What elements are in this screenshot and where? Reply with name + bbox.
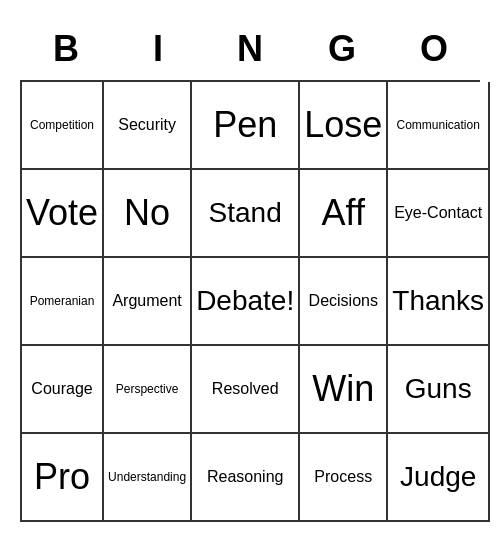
cell-r1-c3: Aff	[300, 170, 388, 258]
cell-text-r3-c2: Resolved	[212, 379, 279, 398]
cell-text-r3-c1: Perspective	[116, 382, 179, 396]
cell-text-r1-c3: Aff	[322, 191, 365, 234]
cell-text-r2-c4: Thanks	[392, 284, 484, 318]
header-letter-o: O	[388, 22, 480, 76]
cell-text-r0-c0: Competition	[30, 118, 94, 132]
cell-r0-c1: Security	[104, 82, 192, 170]
cell-r2-c1: Argument	[104, 258, 192, 346]
header-letter-n: N	[204, 22, 296, 76]
cell-r4-c0: Pro	[22, 434, 104, 522]
cell-r1-c0: Vote	[22, 170, 104, 258]
cell-text-r4-c3: Process	[314, 467, 372, 486]
cell-r2-c3: Decisions	[300, 258, 388, 346]
cell-r3-c0: Courage	[22, 346, 104, 434]
bingo-grid: CompetitionSecurityPenLoseCommunicationV…	[20, 80, 480, 522]
cell-r2-c4: Thanks	[388, 258, 490, 346]
cell-text-r1-c1: No	[124, 191, 170, 234]
bingo-card: BINGO CompetitionSecurityPenLoseCommunic…	[10, 12, 490, 532]
cell-text-r2-c0: Pomeranian	[30, 294, 95, 308]
cell-text-r0-c2: Pen	[213, 103, 277, 146]
cell-text-r3-c3: Win	[312, 367, 374, 410]
cell-r4-c4: Judge	[388, 434, 490, 522]
cell-r0-c4: Communication	[388, 82, 490, 170]
header-letter-g: G	[296, 22, 388, 76]
cell-r3-c4: Guns	[388, 346, 490, 434]
cell-text-r3-c4: Guns	[405, 372, 472, 406]
cell-r0-c3: Lose	[300, 82, 388, 170]
cell-text-r3-c0: Courage	[31, 379, 92, 398]
cell-text-r0-c4: Communication	[397, 118, 480, 132]
cell-r1-c2: Stand	[192, 170, 300, 258]
header-letter-i: I	[112, 22, 204, 76]
cell-text-r4-c0: Pro	[34, 455, 90, 498]
cell-text-r0-c1: Security	[118, 115, 176, 134]
cell-r4-c1: Understanding	[104, 434, 192, 522]
cell-r4-c3: Process	[300, 434, 388, 522]
bingo-header: BINGO	[20, 22, 480, 76]
cell-r3-c3: Win	[300, 346, 388, 434]
cell-r4-c2: Reasoning	[192, 434, 300, 522]
cell-text-r1-c4: Eye-Contact	[394, 203, 482, 222]
cell-r3-c1: Perspective	[104, 346, 192, 434]
cell-r2-c0: Pomeranian	[22, 258, 104, 346]
cell-text-r0-c3: Lose	[304, 103, 382, 146]
cell-r0-c0: Competition	[22, 82, 104, 170]
cell-text-r1-c0: Vote	[26, 191, 98, 234]
cell-text-r2-c2: Debate!	[196, 284, 294, 318]
cell-r3-c2: Resolved	[192, 346, 300, 434]
cell-text-r4-c2: Reasoning	[207, 467, 284, 486]
header-letter-b: B	[20, 22, 112, 76]
cell-text-r4-c4: Judge	[400, 460, 476, 494]
cell-r2-c2: Debate!	[192, 258, 300, 346]
cell-text-r1-c2: Stand	[209, 196, 282, 230]
cell-text-r2-c3: Decisions	[309, 291, 378, 310]
cell-r0-c2: Pen	[192, 82, 300, 170]
cell-text-r4-c1: Understanding	[108, 470, 186, 484]
cell-text-r2-c1: Argument	[112, 291, 181, 310]
cell-r1-c4: Eye-Contact	[388, 170, 490, 258]
cell-r1-c1: No	[104, 170, 192, 258]
